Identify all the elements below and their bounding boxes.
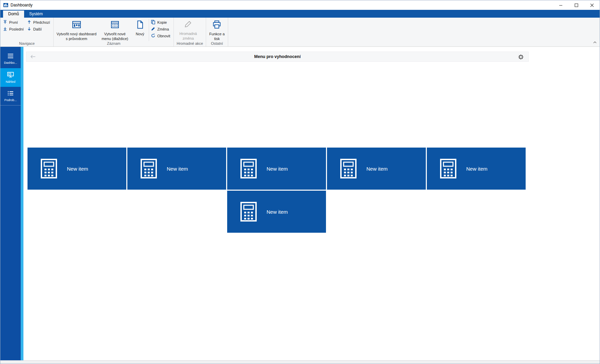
calculator-icon	[40, 158, 57, 179]
horizontal-scrollbar[interactable]	[0, 360, 600, 364]
create-tile-menu-icon	[110, 20, 120, 31]
tile-new-item-4[interactable]: New item	[327, 148, 426, 190]
edit-label: Změna	[157, 27, 169, 31]
new-button[interactable]: Nový	[132, 19, 148, 37]
ribbon-group-label-ostatni: Ostatní	[206, 41, 228, 46]
copy-icon	[151, 20, 156, 25]
print-functions-label: Funkce a tisk	[209, 32, 225, 41]
tile-label: New item	[267, 209, 288, 215]
last-icon	[3, 26, 7, 32]
sidebar-item-dashboardy[interactable]: Dashbo...	[0, 50, 21, 68]
next-icon	[27, 26, 32, 32]
ribbon-group-zaznam: Vytvořit nový dashboard s průvodcem Vytv…	[54, 18, 174, 46]
create-tile-menu-button[interactable]: Vytvořit nové menu (dlaždice)	[98, 19, 132, 41]
print-functions-button[interactable]: Funkce a tisk	[207, 19, 226, 41]
tile-label: New item	[267, 166, 288, 172]
tile-label: New item	[67, 166, 88, 172]
refresh-icon	[151, 33, 156, 39]
app-icon	[3, 2, 8, 8]
sidebar-item-label: Podrob...	[4, 98, 17, 102]
page-title: Menu pro vyhodnocení	[26, 54, 528, 59]
next-button[interactable]: Další	[26, 26, 52, 33]
next-label: Další	[33, 27, 42, 31]
maximize-icon[interactable]	[568, 0, 584, 10]
calculator-icon	[240, 158, 257, 179]
tile-label: New item	[466, 166, 488, 172]
ribbon-group-hromadne-akce: Hromadná změna Hromadné akce	[174, 18, 206, 46]
window-title: Dashboardy	[11, 3, 33, 7]
refresh-button[interactable]: Obnovit	[150, 33, 172, 39]
tile-label: New item	[167, 166, 188, 172]
first-icon	[3, 20, 7, 25]
tile-grid: New item New item New item	[23, 148, 529, 233]
ribbon-group-navigace: První Poslední Předchozí Další	[0, 18, 54, 46]
first-button[interactable]: První	[2, 19, 26, 26]
refresh-label: Obnovit	[157, 34, 170, 38]
bulk-edit-button[interactable]: Hromadná změna	[175, 19, 201, 41]
last-button[interactable]: Poslední	[2, 26, 26, 33]
create-dashboard-button[interactable]: Vytvořit nový dashboard s průvodcem	[55, 19, 98, 41]
edit-button[interactable]: Změna	[150, 26, 172, 33]
detail-list-icon	[7, 91, 14, 97]
tile-new-item-1[interactable]: New item	[28, 148, 126, 190]
main-body: Dashbo... Náhled Podrob...	[0, 47, 600, 360]
ribbon: První Poslední Předchozí Další	[0, 18, 600, 47]
ribbon-group-label-zaznam: Záznam	[54, 41, 174, 46]
gear-icon[interactable]	[518, 54, 524, 61]
previous-button[interactable]: Předchozí	[26, 19, 52, 26]
app-window: Dashboardy Domů Systém První	[0, 0, 600, 364]
copy-label: Kopie	[157, 20, 167, 24]
minimize-icon[interactable]	[553, 0, 568, 10]
printer-icon	[212, 20, 221, 31]
back-arrow-icon[interactable]	[30, 54, 36, 61]
sidebar-item-label: Dashbo...	[4, 61, 17, 64]
calculator-icon	[140, 158, 157, 179]
sidebar-accent-stripe	[21, 47, 23, 360]
title-bar: Dashboardy	[0, 0, 600, 10]
tab-domu[interactable]: Domů	[3, 11, 24, 18]
first-label: První	[9, 20, 18, 24]
window-controls	[553, 0, 600, 10]
ribbon-group-label-hromadne-akce: Hromadné akce	[174, 41, 206, 46]
sidebar-item-label: Náhled	[6, 80, 16, 83]
content-area: Menu pro vyhodnocení New item	[23, 47, 600, 360]
bulk-edit-pencil-icon	[184, 20, 192, 30]
tile-new-item-2[interactable]: New item	[127, 148, 226, 190]
calculator-icon	[440, 158, 457, 179]
edit-pencil-icon	[151, 26, 156, 32]
close-icon[interactable]	[584, 0, 600, 10]
ribbon-group-label-navigace: Navigace	[0, 41, 53, 46]
create-dashboard-icon	[72, 20, 81, 31]
ribbon-inner-separator	[149, 19, 149, 41]
calculator-icon	[340, 158, 357, 179]
new-label: Nový	[136, 32, 144, 37]
ribbon-collapse-chevron-icon[interactable]	[593, 39, 597, 45]
last-label: Poslední	[9, 27, 24, 31]
tile-label: New item	[366, 166, 388, 172]
tile-new-item-3[interactable]: New item	[227, 148, 326, 190]
previous-label: Předchozí	[33, 20, 50, 24]
ribbon-tab-bar: Domů Systém	[0, 10, 600, 18]
preview-monitor-icon	[7, 72, 14, 78]
content-header: Menu pro vyhodnocení	[26, 52, 529, 62]
create-tile-menu-label: Vytvořit nové menu (dlaždice)	[99, 32, 130, 41]
bulk-edit-label: Hromadná změna	[177, 32, 200, 41]
previous-icon	[27, 20, 32, 25]
tab-system[interactable]: Systém	[24, 11, 48, 18]
create-dashboard-label: Vytvořit nový dashboard s průvodcem	[56, 32, 96, 41]
sidebar: Dashbo... Náhled Podrob...	[0, 47, 21, 360]
new-document-icon	[135, 20, 144, 31]
tile-new-item-6[interactable]: New item	[227, 191, 326, 233]
content-panel: Menu pro vyhodnocení New item	[23, 52, 529, 233]
tile-new-item-5[interactable]: New item	[427, 148, 526, 190]
calculator-icon	[240, 202, 257, 222]
sidebar-item-podrobnosti[interactable]: Podrob...	[0, 87, 21, 106]
copy-button[interactable]: Kopie	[150, 19, 172, 26]
menu-icon	[7, 53, 14, 59]
sidebar-item-nahled[interactable]: Náhled	[0, 68, 21, 87]
ribbon-group-ostatni: Funkce a tisk Ostatní	[206, 18, 228, 46]
